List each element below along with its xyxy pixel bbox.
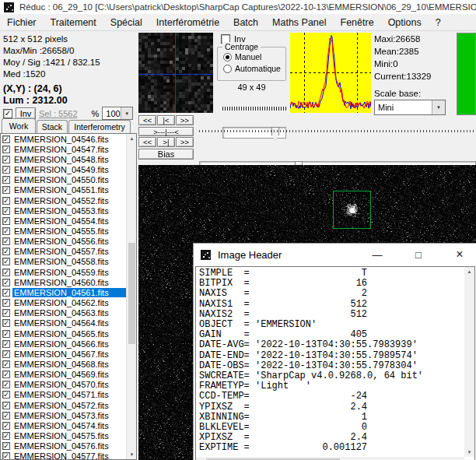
menu-interf-rom-trie[interactable]: Interférométrie	[149, 16, 226, 30]
file-checkbox[interactable]: ✓	[2, 289, 10, 297]
list-item[interactable]: ✓EMMERSION_04564.fits	[1, 318, 126, 328]
centering-manual-option[interactable]: Manuel	[223, 52, 285, 61]
list-item[interactable]: ✓EMMERSION_04551.fits	[1, 185, 126, 195]
scroll-up-icon[interactable]: ▲	[127, 134, 137, 143]
scroll-down-icon[interactable]: ▼	[464, 448, 474, 457]
box-size-slider[interactable]	[222, 127, 286, 139]
menu-options[interactable]: Options	[381, 16, 429, 30]
menu-fen-tre[interactable]: Fenêtre	[334, 16, 381, 30]
scroll-left-icon[interactable]: ◄	[196, 457, 206, 460]
list-item[interactable]: ✓EMMERSION_04548.fits	[1, 154, 126, 164]
list-item[interactable]: ✓EMMERSION_04552.fits	[1, 195, 126, 205]
centering-auto-option[interactable]: Automatique	[223, 64, 285, 73]
menu-sp-cial[interactable]: Spécial	[103, 16, 149, 30]
list-item[interactable]: ✓EMMERSION_04549.fits	[1, 164, 126, 174]
list-item[interactable]: ✓EMMERSION_04574.fits	[1, 420, 126, 430]
list-item[interactable]: ✓EMMERSION_04556.fits	[1, 237, 126, 247]
file-checkbox[interactable]: ✓	[2, 370, 10, 378]
list-item[interactable]: ✓EMMERSION_04557.fits	[1, 247, 126, 257]
header-vertical-scrollbar[interactable]: ▲ ▼	[464, 267, 474, 457]
bias-button[interactable]: Bias	[138, 149, 194, 160]
file-checkbox[interactable]: ✓	[2, 207, 10, 215]
radio-manual-icon[interactable]	[223, 53, 232, 61]
header-horizontal-scrollbar[interactable]: ◄ ►	[196, 457, 464, 460]
list-item[interactable]: ✓EMMERSION_04569.fits	[1, 370, 126, 380]
profile-plot[interactable]	[290, 33, 371, 113]
scale-base-select[interactable]: Mini ▼	[374, 100, 446, 115]
nav-step-button[interactable]: >|	[157, 137, 175, 147]
menu-fichier[interactable]: Fichier	[0, 16, 44, 30]
nav-next-button[interactable]: >>	[176, 115, 194, 125]
file-checkbox[interactable]: ✓	[2, 309, 10, 317]
tab-stack[interactable]: Stack	[37, 120, 68, 133]
zoom-select[interactable]: 100 ▼	[102, 107, 133, 120]
list-item[interactable]: ✓EMMERSION_04570.fits	[1, 380, 126, 390]
file-checkbox[interactable]: ✓	[2, 422, 10, 430]
list-item[interactable]: ✓EMMERSION_04573.fits	[1, 410, 126, 420]
menu-traitement[interactable]: Traitement	[44, 16, 103, 30]
tab-interferometry[interactable]: Interferometry	[68, 120, 131, 133]
file-checkbox[interactable]: ✓	[2, 166, 10, 174]
file-checkbox[interactable]: ✓	[2, 269, 10, 276]
file-checkbox[interactable]: ✓	[2, 227, 10, 235]
scrollbar-thumb[interactable]	[128, 243, 135, 344]
file-checkbox[interactable]: ✓	[2, 432, 10, 440]
file-checkbox[interactable]: ✓	[2, 146, 10, 153]
zoom-thumbnail[interactable]	[138, 33, 213, 113]
radio-auto-icon[interactable]	[223, 65, 232, 73]
list-item[interactable]: ✓EMMERSION_04550.fits	[1, 175, 126, 185]
nav-center-button[interactable]: >---|---<	[138, 127, 194, 136]
menu-batch[interactable]: Batch	[226, 16, 265, 30]
file-checkbox[interactable]: ✓	[2, 135, 10, 143]
scroll-down-icon[interactable]: ▼	[127, 450, 137, 459]
file-list-scrollbar[interactable]: ▲ ▼	[126, 134, 136, 459]
file-checkbox[interactable]: ✓	[2, 391, 10, 399]
list-item[interactable]: ✓EMMERSION_04577.fits	[1, 451, 126, 459]
file-checkbox[interactable]: ✓	[2, 360, 10, 368]
inv-checkbox[interactable]: ✓	[3, 109, 12, 118]
file-checkbox[interactable]: ✓	[2, 197, 10, 205]
file-checkbox[interactable]: ✓	[2, 156, 10, 163]
minimize-icon[interactable]: —	[360, 244, 394, 265]
list-item[interactable]: ✓EMMERSION_04572.fits	[1, 400, 126, 410]
list-item[interactable]: ✓EMMERSION_04553.fits	[1, 205, 126, 216]
nav-forward-button[interactable]: >>	[176, 137, 194, 147]
nav-rewind-button[interactable]: <<	[138, 137, 156, 147]
nav-first-button[interactable]: <<	[138, 115, 156, 125]
sel-count-link[interactable]: Sel : 5562	[39, 109, 78, 118]
list-item[interactable]: ✓EMMERSION_04571.fits	[1, 390, 126, 400]
nav-prev-button[interactable]: |<	[157, 115, 175, 125]
maximize-icon[interactable]: □	[401, 244, 436, 265]
file-checkbox[interactable]: ✓	[2, 402, 10, 409]
list-item[interactable]: ✓EMMERSION_04565.fits	[1, 328, 126, 339]
list-item[interactable]: ✓EMMERSION_04568.fits	[1, 359, 126, 369]
list-item[interactable]: ✓EMMERSION_04567.fits	[1, 349, 126, 359]
list-item[interactable]: ✓EMMERSION_04562.fits	[1, 298, 126, 308]
chevron-down-icon[interactable]: ▼	[121, 107, 132, 119]
list-item[interactable]: ✓EMMERSION_04575.fits	[1, 431, 126, 441]
list-item[interactable]: ✓EMMERSION_04547.fits	[1, 144, 126, 154]
list-item[interactable]: ✓EMMERSION_04554.fits	[1, 216, 126, 226]
scroll-right-icon[interactable]: ►	[454, 457, 464, 460]
menu-maths-panel[interactable]: Maths Panel	[265, 16, 333, 30]
file-checkbox[interactable]: ✓	[2, 319, 10, 327]
list-item[interactable]: ✓EMMERSION_04555.fits	[1, 226, 126, 236]
file-checkbox[interactable]: ✓	[2, 186, 10, 194]
list-item[interactable]: ✓EMMERSION_04546.fits	[1, 134, 126, 144]
tab-work[interactable]: Work	[2, 118, 36, 133]
file-checkbox[interactable]: ✓	[2, 340, 10, 348]
file-checkbox[interactable]: ✓	[2, 442, 10, 450]
scroll-up-icon[interactable]: ▲	[464, 267, 474, 276]
chevron-down-icon[interactable]: ▼	[432, 100, 445, 114]
file-checkbox[interactable]: ✓	[2, 176, 10, 184]
list-item[interactable]: ✓EMMERSION_04558.fits	[1, 257, 126, 267]
file-checkbox[interactable]: ✓	[2, 248, 10, 255]
file-checkbox[interactable]: ✓	[2, 279, 10, 286]
box-size-slider-thumb[interactable]	[271, 127, 279, 140]
file-checkbox[interactable]: ✓	[2, 381, 10, 388]
file-checkbox[interactable]: ✓	[2, 258, 10, 265]
menu-?[interactable]: ?	[429, 16, 448, 30]
list-item[interactable]: ✓EMMERSION_04561.fits	[1, 287, 126, 297]
file-checkbox[interactable]: ✓	[2, 350, 10, 358]
list-item[interactable]: ✓EMMERSION_04563.fits	[1, 308, 126, 318]
